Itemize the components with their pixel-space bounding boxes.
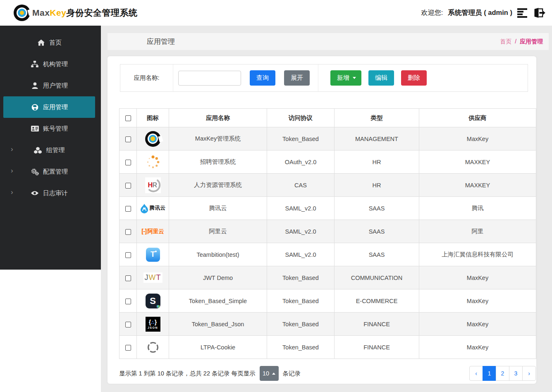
row-checkbox[interactable] [125, 160, 131, 165]
breadcrumb-current: 应用管理 [520, 38, 543, 45]
select-all-checkbox[interactable] [125, 115, 131, 121]
row-checkbox[interactable] [125, 183, 131, 189]
cell-checkbox [119, 127, 137, 151]
cell-vendor: 阿里 [419, 220, 536, 243]
cell-protocol: Token_Based [267, 289, 335, 313]
table-row[interactable]: {∴}JSONToken_Based_JsonToken_BasedFINANC… [119, 313, 536, 336]
table-row[interactable]: SToken_Based_SimpleToken_BasedE-COMMERCE… [119, 289, 536, 313]
row-checkbox[interactable] [125, 136, 131, 142]
brand-text: MaxKey身份安全管理系统 [32, 7, 137, 19]
cell-vendor: MaxKey [419, 127, 536, 151]
edit-button[interactable]: 编辑 [368, 70, 394, 86]
app-table: 图标应用名称访问协议类型供应商 MaxKey管理系统Token_BasedMAN… [119, 108, 536, 359]
table-row[interactable]: JWTJWT DemoToken_BasedCOMMUNICATIONMaxKe… [119, 266, 536, 289]
cell-checkbox [119, 243, 137, 266]
sidebar-item-home[interactable]: 首页 [3, 32, 95, 53]
add-button[interactable]: 新增 [330, 70, 361, 86]
breadcrumb: 首页 / 应用管理 [500, 38, 543, 45]
row-checkbox[interactable] [125, 252, 131, 258]
caret-down-icon [353, 77, 356, 79]
sidebar-item-org[interactable]: 机构管理 [3, 53, 95, 75]
app-name-search-input[interactable] [178, 71, 241, 86]
breadcrumb-root[interactable]: 首页 [500, 38, 511, 45]
row-checkbox[interactable] [125, 345, 131, 351]
app-table-wrap: 图标应用名称访问协议类型供应商 MaxKey管理系统Token_BasedMAN… [119, 108, 536, 359]
cell-protocol: Token_Based [267, 313, 335, 336]
cell-app-name: Token_Based_Simple [169, 289, 267, 313]
pager: ‹123› [469, 366, 536, 381]
pager-page-2[interactable]: 2 [496, 366, 509, 381]
query-button[interactable]: 查询 [250, 70, 275, 86]
pager-prev[interactable]: ‹ [469, 366, 483, 381]
cell-protocol: Token_Based [267, 266, 335, 289]
cell-icon: {∴}JSON [137, 313, 169, 336]
row-checkbox[interactable] [125, 206, 131, 212]
delete-button[interactable]: 删除 [401, 70, 427, 86]
column-header: 供应商 [419, 109, 536, 127]
globe-icon [31, 104, 39, 111]
brand-key: Key [50, 8, 66, 17]
table-row[interactable]: 招聘管理系统OAuth_v2.0HRMAXKEY [119, 151, 536, 174]
json-icon: {∴}JSON [146, 317, 160, 332]
cell-vendor: 腾讯 [419, 197, 536, 220]
cell-app-type: E-COMMERCE [335, 289, 419, 313]
expand-button[interactable]: 展开 [284, 70, 310, 86]
cell-icon: JWT [137, 266, 169, 289]
row-checkbox[interactable] [125, 275, 131, 281]
chevron-right-icon: › [11, 167, 13, 175]
home-icon [37, 39, 45, 46]
row-checkbox[interactable] [125, 299, 131, 304]
welcome-label: 欢迎您: [421, 9, 443, 17]
table-row[interactable]: MaxKey管理系统Token_BasedMANAGEMENTMaxKey [119, 127, 536, 151]
sidebar-item-account[interactable]: 账号管理 [3, 118, 95, 139]
sidebar-item-group[interactable]: ›组管理 [3, 139, 95, 161]
sidebar-item-app[interactable]: 应用管理 [3, 96, 95, 118]
table-header-row: 图标应用名称访问协议类型供应商 [119, 109, 536, 127]
table-row[interactable]: HR人力资源管理系统CASHRMAXKEY [119, 174, 536, 197]
cell-app-name: 人力资源管理系统 [169, 174, 267, 197]
list-menu-icon[interactable] [517, 8, 528, 18]
row-checkbox[interactable] [125, 229, 131, 235]
action-group: 新增 编辑 删除 [318, 65, 427, 91]
spinner-icon [145, 154, 161, 170]
logout-icon[interactable] [533, 7, 546, 18]
title-band: 应用管理 首页 / 应用管理 [108, 33, 549, 50]
sidebar-item-user[interactable]: 用户管理 [3, 75, 95, 96]
cell-checkbox [119, 220, 137, 243]
cell-app-name: Teambition(test) [169, 243, 267, 266]
sidebar-item-audit[interactable]: ›日志审计 [3, 182, 95, 204]
content-panel: 应用名称: 查询 展开 新增 编辑 删除 [108, 56, 536, 384]
table-row[interactable]: 腾讯云腾讯云SAML_v2.0SAAS腾讯 [119, 197, 536, 220]
cell-icon [137, 336, 169, 359]
pager-page-1[interactable]: 1 [483, 366, 496, 381]
cell-protocol: OAuth_v2.0 [267, 151, 335, 174]
table-row[interactable]: LTPA-CookieToken_BasedFINANCEMaxKey [119, 336, 536, 359]
pager-next[interactable]: › [522, 366, 536, 381]
cell-app-type: COMMUNICATION [335, 266, 419, 289]
ltpa-target-icon [146, 340, 160, 355]
cell-checkbox [119, 174, 137, 197]
page-size-select[interactable]: 10 [260, 366, 279, 381]
cell-icon: [-]阿里云 [137, 220, 169, 243]
gears-icon [31, 168, 39, 175]
brand[interactable]: MaxKey身份安全管理系统 [14, 5, 137, 21]
breadcrumb-separator: / [515, 38, 516, 45]
pager-page-3[interactable]: 3 [509, 366, 523, 381]
teambition-icon: T [146, 248, 160, 262]
column-header: 类型 [335, 109, 419, 127]
table-row[interactable]: [-]阿里云阿里云SAML_v2.0SAAS阿里 [119, 220, 536, 243]
cell-icon: HR [137, 174, 169, 197]
main-area: 应用管理 首页 / 应用管理 应用名称: 查询 展开 新增 编辑 删除 [101, 26, 552, 392]
cell-checkbox [119, 289, 137, 313]
chevron-right-icon: › [11, 145, 13, 153]
table-row[interactable]: TTeambition(test)SAML_v2.0SAAS上海汇翼信息科技有限… [119, 243, 536, 266]
page-size-value: 10 [263, 370, 269, 377]
summary-suffix: 条记录 [283, 370, 301, 378]
page-title: 应用管理 [147, 37, 175, 46]
row-checkbox[interactable] [125, 322, 131, 327]
cell-app-name: JWT Demo [169, 266, 267, 289]
cell-icon [137, 151, 169, 174]
sidebar-item-config[interactable]: ›配置管理 [3, 161, 95, 182]
cell-app-type: SAAS [335, 197, 419, 220]
cell-protocol: SAML_v2.0 [267, 197, 335, 220]
